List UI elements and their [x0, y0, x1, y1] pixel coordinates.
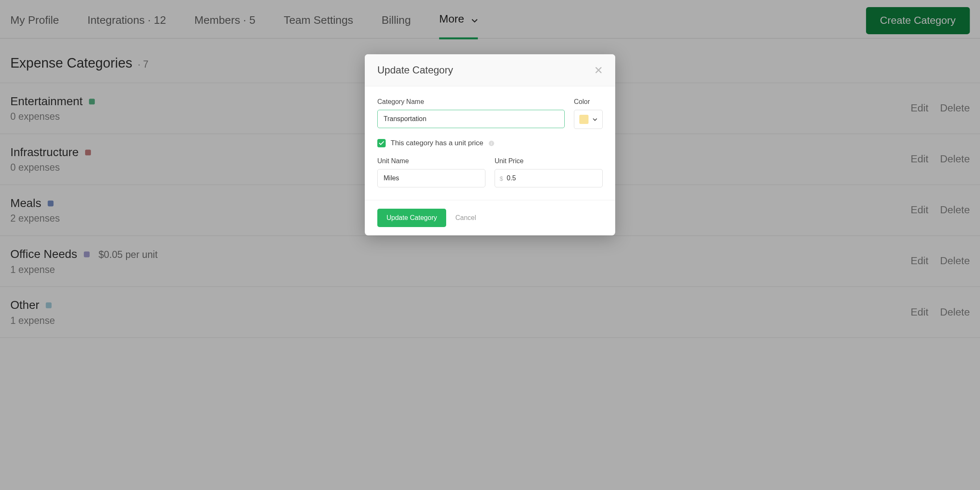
color-label: Color: [574, 98, 603, 106]
unit-name-input[interactable]: [377, 169, 485, 187]
modal-header: Update Category: [365, 54, 615, 86]
unit-price-checkbox-label: This category has a unit price: [391, 139, 483, 147]
color-swatch: [579, 115, 589, 124]
info-icon: i: [488, 140, 495, 146]
category-name-label: Category Name: [377, 98, 565, 106]
cancel-button[interactable]: Cancel: [455, 214, 476, 222]
currency-symbol: $: [500, 175, 503, 182]
unit-name-label: Unit Name: [377, 157, 485, 165]
modal-overlay: Update Category Category Name Color: [0, 0, 980, 490]
chevron-down-icon: [593, 118, 597, 121]
color-picker[interactable]: [574, 110, 603, 129]
unit-price-input[interactable]: [495, 169, 603, 187]
close-icon[interactable]: [594, 66, 603, 74]
update-category-button[interactable]: Update Category: [377, 209, 446, 227]
category-name-input[interactable]: [377, 110, 565, 128]
unit-price-checkbox[interactable]: [377, 139, 386, 147]
update-category-modal: Update Category Category Name Color: [365, 54, 615, 235]
unit-price-label: Unit Price: [495, 157, 603, 165]
modal-title: Update Category: [377, 64, 453, 76]
svg-text:i: i: [491, 141, 492, 146]
